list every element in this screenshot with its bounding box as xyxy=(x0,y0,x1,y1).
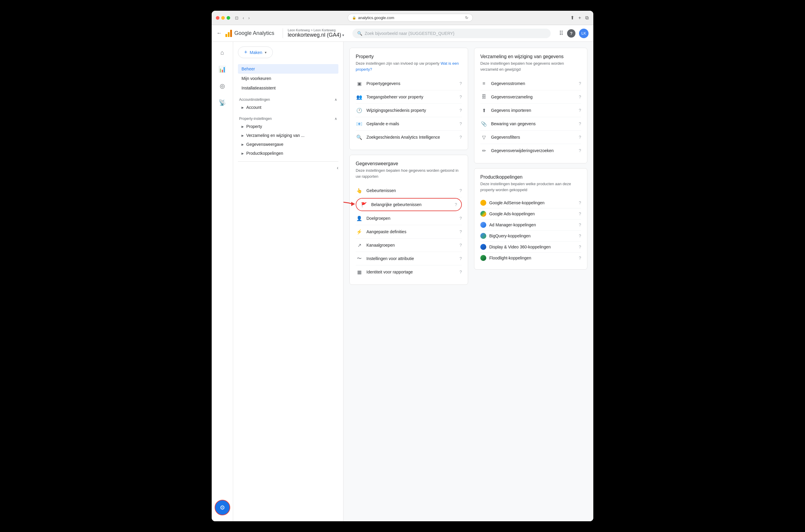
sub-nav-property[interactable]: ▶ Property xyxy=(238,122,339,131)
product-link-admanager[interactable]: Ad Manager-koppelingen ? xyxy=(480,220,581,230)
breadcrumb: Leon Korteweg > Leon Korteweg xyxy=(288,28,344,32)
sidebar-toggle-btn[interactable]: ⊡ xyxy=(234,15,240,21)
floodlight-label: Floodlight-koppelingen xyxy=(489,255,531,260)
help-button[interactable]: ? xyxy=(567,29,575,38)
product-link-google-ads[interactable]: Google Ads-koppelingen ? xyxy=(480,208,581,220)
avatar[interactable]: LK xyxy=(579,28,589,38)
sub-nav-gegevensweergave-label: Gegevensweergave xyxy=(246,142,284,147)
toegangsbeheer-label: Toegangsbeheer voor property xyxy=(366,95,423,99)
wijzigingsgeschiedenis-help-icon[interactable]: ? xyxy=(459,108,462,113)
settings-gear-wrapper: ⚙ xyxy=(215,500,230,515)
maximize-button[interactable] xyxy=(227,16,230,20)
left-nav: ⌂ 📊 ◎ 📡 ⚙ xyxy=(212,42,233,521)
verwijderingsverzoeken-help-icon[interactable]: ? xyxy=(579,148,581,153)
menu-item-propertygegevens[interactable]: ▣ Propertygegevens ? xyxy=(356,77,462,90)
nav-item-voorkeuren[interactable]: Mijn voorkeuren xyxy=(238,74,339,83)
toegangsbeheer-help-icon[interactable]: ? xyxy=(459,95,462,99)
gegevensstromen-help-icon[interactable]: ? xyxy=(579,81,581,86)
apps-grid-button[interactable]: ⠿ xyxy=(559,30,563,37)
kanaalgroepen-help-icon[interactable]: ? xyxy=(459,243,462,248)
menu-item-verwijderingsverzoeken[interactable]: ✏ Gegevensverwijderingsverzoeken ? xyxy=(480,144,581,157)
dv360-label: Display & Video 360-koppelingen xyxy=(489,245,551,249)
address-bar[interactable]: 🔒 analytics.google.com ↻ xyxy=(348,14,473,22)
filters-help-icon[interactable]: ? xyxy=(579,135,581,139)
menu-item-kanaalgroepen[interactable]: ↗ Kanaalgroepen ? xyxy=(356,239,462,252)
admanager-help-icon[interactable]: ? xyxy=(579,223,581,227)
share-button[interactable]: ⬆ xyxy=(570,14,575,21)
nav-item-assistent[interactable]: Installatieassistent xyxy=(238,83,339,93)
menu-item-gegevensverzameling[interactable]: 🗄 Gegevensverzameling ? xyxy=(480,90,581,104)
zoekgeschiedenis-label: Zoekgeschiedenis Analytics Intelligence xyxy=(366,135,440,139)
google-ads-help-icon[interactable]: ? xyxy=(579,211,581,216)
menu-item-belangrijke-gebeurtenissen[interactable]: 🚩 Belangrijke gebeurtenissen ? xyxy=(356,198,462,211)
aangepaste-definities-help-icon[interactable]: ? xyxy=(459,229,462,234)
property-name-button[interactable]: leonkorteweg.nl (GA4) ▾ xyxy=(288,32,344,38)
product-link-bigquery[interactable]: BigQuery-koppelingen ? xyxy=(480,230,581,242)
back-btn[interactable]: ‹ xyxy=(242,15,245,21)
aangepaste-definities-label: Aangepaste definities xyxy=(366,229,406,234)
adsense-help-icon[interactable]: ? xyxy=(579,201,581,205)
bigquery-help-icon[interactable]: ? xyxy=(579,233,581,238)
nav-explore-button[interactable]: ◎ xyxy=(215,79,230,93)
ga-bars-icon xyxy=(225,30,232,37)
sub-nav-account[interactable]: ▶ Account xyxy=(238,103,339,112)
geplande-emails-icon: 📧 xyxy=(356,120,363,127)
close-button[interactable] xyxy=(216,16,219,20)
minimize-button[interactable] xyxy=(221,16,225,20)
propertygegevens-help-icon[interactable]: ? xyxy=(459,81,462,86)
product-link-floodlight[interactable]: Floodlight-koppelingen ? xyxy=(480,252,581,263)
zoekgeschiedenis-help-icon[interactable]: ? xyxy=(459,135,462,139)
menu-item-geplande-emails[interactable]: 📧 Geplande e-mails ? xyxy=(356,117,462,131)
search-bar[interactable]: 🔍 Zoek bijvoorbeeld naar {SUGGESTED_QUER… xyxy=(352,28,551,38)
account-section-title: Accountinstellingen xyxy=(239,97,270,102)
settings-gear-button[interactable]: ⚙ xyxy=(215,501,229,514)
gebeurtenissen-help-icon[interactable]: ? xyxy=(459,188,462,193)
menu-item-gebeurtenissen[interactable]: 👆 Gebeurtenissen ? xyxy=(356,184,462,197)
sub-nav-gegevensweergave[interactable]: ▶ Gegevensweergave xyxy=(238,140,339,149)
menu-item-toegangsbeheer[interactable]: 👥 Toegangsbeheer voor property ? xyxy=(356,90,462,104)
instellingen-attributie-label: Instellingen voor attributie xyxy=(366,256,414,261)
nav-reports-button[interactable]: 📊 xyxy=(215,62,230,76)
identiteit-rapportage-help-icon[interactable]: ? xyxy=(459,270,462,274)
collapse-panel-button[interactable]: ‹ xyxy=(337,165,339,171)
menu-item-bewaring[interactable]: 📎 Bewaring van gegevens ? xyxy=(480,117,581,131)
sub-nav-verzameling[interactable]: ▶ Verzameling en wijziging van ... xyxy=(238,131,339,140)
browser-window: ⊡ ‹ › 🔒 analytics.google.com ↻ ⬆ + ⧉ ← xyxy=(212,11,593,521)
duplicate-button[interactable]: ⧉ xyxy=(585,15,589,21)
product-link-dv360[interactable]: Display & Video 360-koppelingen ? xyxy=(480,242,581,252)
nav-item-beheer[interactable]: Beheer xyxy=(238,64,339,74)
make-button[interactable]: + Maken ▾ xyxy=(238,46,273,58)
product-link-adsense[interactable]: Google AdSense-koppelingen ? xyxy=(480,197,581,208)
nav-home-button[interactable]: ⌂ xyxy=(215,45,230,60)
sub-nav-productkoppelingen[interactable]: ▶ Productkoppelingen xyxy=(238,149,339,158)
importeren-help-icon[interactable]: ? xyxy=(579,108,581,113)
productkoppelingen-card-title: Productkoppelingen xyxy=(480,174,581,180)
menu-item-aangepaste-definities[interactable]: ⚡ Aangepaste definities ? xyxy=(356,225,462,239)
gegevensverzameling-help-icon[interactable]: ? xyxy=(579,95,581,99)
app-content: ← Google Analytics Leon Korteweg > Leon … xyxy=(212,25,593,521)
dv360-help-icon[interactable]: ? xyxy=(579,245,581,249)
account-collapse-button[interactable]: ∧ xyxy=(334,97,337,102)
nav-advertising-button[interactable]: 📡 xyxy=(215,95,230,110)
bewaring-help-icon[interactable]: ? xyxy=(579,121,581,126)
menu-item-importeren[interactable]: ⬆ Gegevens importeren ? xyxy=(480,104,581,117)
bewaring-label: Bewaring van gegevens xyxy=(491,121,535,126)
reload-button[interactable]: ↻ xyxy=(465,16,468,20)
geplande-emails-help-icon[interactable]: ? xyxy=(459,121,462,126)
property-collapse-button[interactable]: ∧ xyxy=(334,117,337,121)
floodlight-help-icon[interactable]: ? xyxy=(579,255,581,260)
belangrijke-gebeurtenissen-help-icon[interactable]: ? xyxy=(455,202,457,207)
menu-item-filters[interactable]: ▽ Gegevensfilters ? xyxy=(480,131,581,144)
new-tab-button[interactable]: + xyxy=(578,15,582,21)
menu-item-doelgroepen[interactable]: 👤 Doelgroepen ? xyxy=(356,212,462,225)
forward-btn[interactable]: › xyxy=(247,15,251,21)
doelgroepen-help-icon[interactable]: ? xyxy=(459,216,462,221)
menu-item-gegevensstromen[interactable]: ≡ Gegevensstromen ? xyxy=(480,77,581,90)
propertygegevens-icon: ▣ xyxy=(356,80,363,87)
instellingen-attributie-help-icon[interactable]: ? xyxy=(459,256,462,261)
menu-item-instellingen-attributie[interactable]: 〜 Instellingen voor attributie ? xyxy=(356,252,462,265)
menu-item-wijzigingsgeschiedenis[interactable]: 🕐 Wijzigingsgeschiedenis property ? xyxy=(356,104,462,117)
app-back-button[interactable]: ← xyxy=(216,30,222,36)
menu-item-identiteit-rapportage[interactable]: ▦ Identiteit voor rapportage ? xyxy=(356,265,462,279)
menu-item-zoekgeschiedenis[interactable]: 🔍 Zoekgeschiedenis Analytics Intelligenc… xyxy=(356,131,462,144)
